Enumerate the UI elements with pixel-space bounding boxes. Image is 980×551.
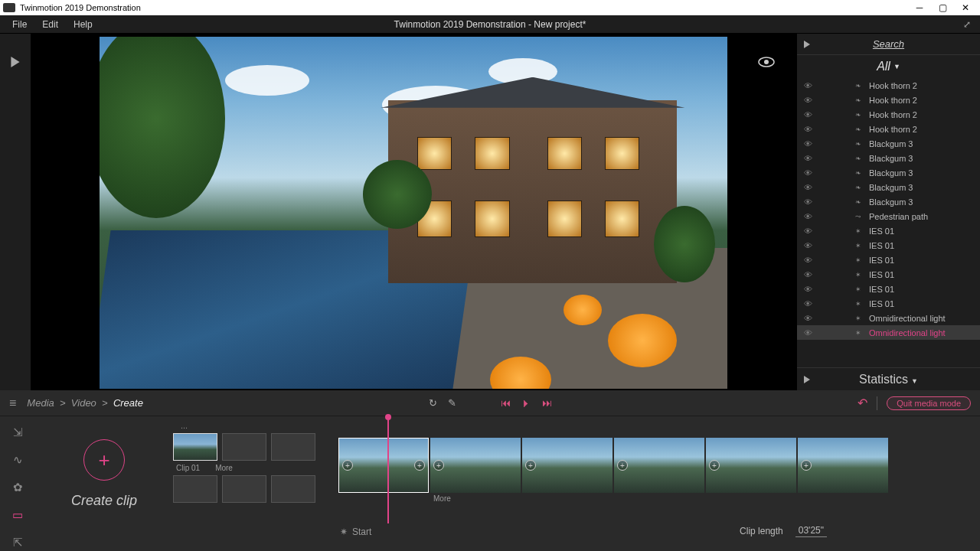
start-marker: ✷Start — [340, 527, 371, 537]
viewport-3d[interactable] — [100, 37, 727, 389]
visibility-toggle-icon[interactable]: 👁 — [797, 81, 818, 90]
scene-item-list[interactable]: 👁❧Hook thorn 2👁❧Hook thorn 2👁❧Hook thorn… — [797, 78, 980, 367]
visibility-toggle-icon[interactable]: 👁 — [797, 227, 818, 236]
clip-more[interactable]: More — [215, 464, 233, 472]
add-keyframe-icon[interactable]: + — [414, 460, 425, 471]
keyframe[interactable]: + — [430, 438, 521, 493]
add-keyframe-icon[interactable]: + — [801, 460, 812, 471]
scene-item[interactable]: 👁❧Hook thorn 2 — [797, 107, 980, 122]
keyframe[interactable]: + — [798, 438, 888, 493]
keyframe[interactable]: + — [706, 438, 796, 493]
scene-item[interactable]: 👁❧Blackgum 3 — [797, 136, 980, 151]
clips-more-dots[interactable]: ... — [173, 421, 334, 430]
menu-help[interactable]: Help — [66, 17, 100, 32]
scene-item[interactable]: 👁❧Hook thorn 2 — [797, 122, 980, 136]
minimize-button[interactable]: ─ — [908, 2, 931, 13]
create-clip-button[interactable]: + — [83, 439, 125, 481]
clip-thumb-empty[interactable] — [271, 475, 315, 503]
breadcrumb-video[interactable]: Video — [71, 397, 96, 409]
expand-icon[interactable]: ⤢ — [959, 19, 975, 30]
clip-length-field[interactable]: Clip length 03'25" — [740, 525, 827, 537]
filter-dropdown[interactable]: All▼ — [797, 55, 980, 78]
skip-forward-icon[interactable]: ⏭ — [542, 397, 552, 409]
clip-thumb-empty[interactable] — [222, 433, 266, 461]
scene-item[interactable]: 👁⤳Pedestrian path — [797, 209, 980, 223]
visibility-toggle-icon[interactable]: 👁 — [797, 241, 818, 250]
stats-play-icon[interactable] — [803, 376, 811, 383]
refresh-icon[interactable]: ↻ — [429, 397, 437, 409]
import-icon[interactable]: ⇲ — [13, 425, 23, 439]
visibility-toggle-icon[interactable]: 👁 — [797, 183, 818, 192]
playhead[interactable] — [387, 416, 389, 523]
visibility-toggle-icon[interactable]: 👁 — [797, 299, 818, 308]
leaf-icon[interactable]: ✿ — [13, 481, 23, 494]
breadcrumb-create[interactable]: Create — [113, 397, 143, 409]
play-icon[interactable] — [10, 57, 21, 67]
clip-length-value[interactable]: 03'25" — [795, 525, 827, 537]
add-keyframe-icon[interactable]: + — [433, 460, 444, 471]
scene-item-label: Hook thorn 2 — [869, 110, 917, 119]
visibility-toggle-icon[interactable]: 👁 — [797, 270, 818, 279]
visibility-toggle-icon[interactable]: 👁 — [797, 125, 818, 134]
scene-item[interactable]: 👁✶IES 01 — [797, 238, 980, 253]
left-toolbar — [0, 34, 31, 390]
visibility-toggle-icon[interactable]: 👁 — [797, 197, 818, 207]
visibility-toggle-icon[interactable]: 👁 — [797, 110, 818, 119]
scene-item[interactable]: 👁❧Hook thorn 2 — [797, 78, 980, 93]
keyframe[interactable]: ++ — [338, 438, 429, 493]
menu-edit[interactable]: Edit — [34, 17, 66, 32]
visibility-toggle-icon[interactable]: 👁 — [797, 154, 818, 163]
breadcrumb-media[interactable]: Media — [27, 397, 54, 409]
scene-item[interactable]: 👁✶IES 01 — [797, 296, 980, 311]
menu-file[interactable]: File — [5, 17, 34, 32]
visibility-toggle-icon[interactable]: 👁 — [797, 314, 818, 323]
add-keyframe-icon[interactable]: + — [342, 460, 353, 471]
visibility-icon[interactable] — [758, 57, 775, 67]
play-pause-icon[interactable]: ⏵ — [521, 397, 531, 409]
skip-back-icon[interactable]: ⏮ — [501, 397, 511, 409]
clip-thumb-empty[interactable] — [271, 433, 315, 461]
quit-media-button[interactable]: Quit media mode — [887, 396, 971, 410]
visibility-toggle-icon[interactable]: 👁 — [797, 256, 818, 265]
maximize-button[interactable]: ▢ — [931, 2, 954, 13]
visibility-toggle-icon[interactable]: 👁 — [797, 139, 818, 148]
search-field[interactable]: Search — [873, 38, 904, 50]
visibility-toggle-icon[interactable]: 👁 — [797, 168, 818, 178]
add-keyframe-icon[interactable]: + — [617, 460, 628, 471]
keyframe[interactable]: + — [522, 438, 612, 493]
video-icon[interactable]: ▭ — [12, 508, 23, 522]
scene-item[interactable]: 👁✶IES 01 — [797, 253, 980, 267]
visibility-toggle-icon[interactable]: 👁 — [797, 328, 818, 337]
undo-icon[interactable]: ↶ — [858, 396, 867, 410]
item-type-icon: ❧ — [855, 198, 866, 206]
scene-item[interactable]: 👁✶IES 01 — [797, 223, 980, 238]
scene-item[interactable]: 👁❧Blackgum 3 — [797, 151, 980, 165]
scene-play-icon[interactable] — [803, 41, 811, 48]
timeline[interactable]: ++ + + + + + More ✷Start Clip length 03'… — [334, 416, 980, 551]
wave-icon[interactable]: ∿ — [13, 453, 23, 467]
close-button[interactable]: ✕ — [954, 2, 977, 13]
scene-item[interactable]: 👁❧Hook thorn 2 — [797, 93, 980, 107]
export-icon[interactable]: ⇱ — [13, 536, 23, 549]
item-type-icon: ❧ — [855, 184, 866, 191]
scene-item[interactable]: 👁✶Omnidirectional light — [797, 311, 980, 325]
add-keyframe-icon[interactable]: + — [525, 460, 536, 471]
scene-item[interactable]: 👁✶Omnidirectional light — [797, 325, 980, 340]
scene-item[interactable]: 👁❧Blackgum 3 — [797, 180, 980, 194]
visibility-toggle-icon[interactable]: 👁 — [797, 285, 818, 294]
keyframe[interactable]: + — [614, 438, 704, 493]
clip-thumb-empty[interactable] — [173, 475, 217, 503]
scene-item[interactable]: 👁❧Blackgum 3 — [797, 165, 980, 180]
frame-more[interactable]: More — [433, 494, 980, 503]
clip-thumb-empty[interactable] — [222, 475, 266, 503]
statistics-dropdown[interactable]: Statistics▼ — [859, 373, 918, 386]
visibility-toggle-icon[interactable]: 👁 — [797, 212, 818, 221]
hamburger-icon[interactable]: ≡ — [9, 396, 16, 410]
visibility-toggle-icon[interactable]: 👁 — [797, 96, 818, 105]
scene-item[interactable]: 👁✶IES 01 — [797, 282, 980, 296]
scene-item[interactable]: 👁❧Blackgum 3 — [797, 194, 980, 209]
scene-item[interactable]: 👁✶IES 01 — [797, 267, 980, 282]
clip-thumb-01[interactable] — [173, 433, 217, 461]
eyedropper-icon[interactable]: ✎ — [448, 397, 456, 409]
add-keyframe-icon[interactable]: + — [709, 460, 720, 471]
